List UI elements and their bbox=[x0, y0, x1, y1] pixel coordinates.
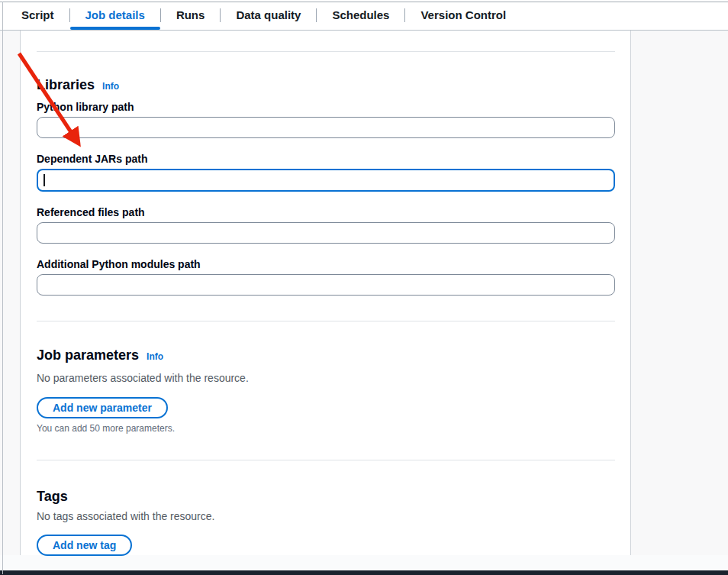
section-divider bbox=[37, 51, 615, 52]
job-parameters-heading-text: Job parameters bbox=[37, 347, 139, 363]
job-parameters-heading: Job parameters Info bbox=[37, 347, 615, 365]
libraries-heading-text: Libraries bbox=[37, 76, 95, 93]
python-library-path-input[interactable] bbox=[37, 117, 615, 138]
right-gutter bbox=[631, 31, 728, 555]
libraries-heading: Libraries Info bbox=[37, 76, 615, 95]
additional-python-modules-path-input[interactable] bbox=[37, 274, 615, 296]
tab-job-details[interactable]: Job details bbox=[70, 0, 160, 30]
footer-strip bbox=[0, 555, 728, 570]
section-divider bbox=[37, 460, 615, 460]
tab-bar: Script Job details Runs Data quality Sch… bbox=[0, 0, 728, 31]
content-area: Libraries Info Python library path Depen… bbox=[0, 31, 728, 555]
referenced-files-path-label: Referenced files path bbox=[37, 205, 615, 219]
dependent-jars-path-label: Dependent JARs path bbox=[37, 152, 615, 166]
parameter-limit-hint: You can add 50 more parameters. bbox=[37, 423, 615, 434]
job-parameters-empty-message: No parameters associated with the resour… bbox=[37, 371, 615, 385]
referenced-files-path-input[interactable] bbox=[37, 222, 615, 244]
tags-empty-message: No tags associated with the resource. bbox=[37, 509, 615, 523]
tags-heading-text: Tags bbox=[37, 488, 68, 505]
window-frame-top bbox=[0, 2, 728, 2]
job-parameters-info-link[interactable]: Info bbox=[147, 348, 163, 365]
section-divider bbox=[37, 321, 615, 321]
field-additional-python-modules-path: Additional Python modules path bbox=[37, 257, 615, 296]
tags-heading: Tags bbox=[37, 488, 615, 505]
tab-schedules[interactable]: Schedules bbox=[317, 0, 404, 30]
job-details-panel: Libraries Info Python library path Depen… bbox=[20, 31, 631, 555]
tab-version-control[interactable]: Version Control bbox=[405, 0, 521, 30]
add-new-parameter-button[interactable]: Add new parameter bbox=[37, 397, 168, 418]
footer-dark-bar bbox=[0, 570, 728, 575]
python-library-path-label: Python library path bbox=[37, 100, 615, 114]
tab-data-quality[interactable]: Data quality bbox=[221, 0, 316, 30]
field-referenced-files-path: Referenced files path bbox=[37, 205, 615, 244]
window-frame-left bbox=[2, 2, 3, 574]
field-python-library-path: Python library path bbox=[37, 100, 615, 138]
tab-script[interactable]: Script bbox=[6, 0, 69, 30]
tab-runs[interactable]: Runs bbox=[161, 0, 221, 30]
dependent-jars-path-input[interactable] bbox=[37, 169, 615, 192]
field-dependent-jars-path: Dependent JARs path bbox=[37, 152, 615, 192]
add-new-tag-button[interactable]: Add new tag bbox=[37, 535, 132, 556]
libraries-info-link[interactable]: Info bbox=[102, 78, 119, 95]
additional-python-modules-path-label: Additional Python modules path bbox=[37, 257, 615, 271]
